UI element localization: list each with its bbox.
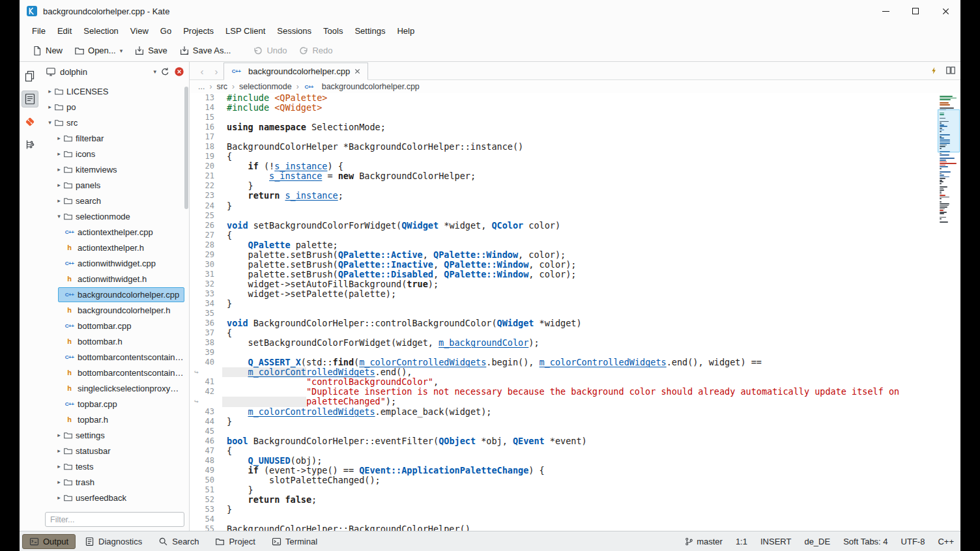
input-mode[interactable]: INSERT [760, 537, 791, 546]
documents-tool-button[interactable] [22, 68, 38, 85]
code-editor-surface[interactable]: #include <QPalette>#include <QWidget>usi… [222, 93, 960, 531]
projects-tool-button[interactable] [22, 91, 38, 107]
tree-item-src[interactable]: ▾src [40, 115, 189, 130]
tree-item-search[interactable]: ▸search [40, 193, 189, 208]
breadcrumb-item-src[interactable]: src [216, 82, 227, 91]
chevron-right-icon[interactable]: ▸ [55, 135, 63, 141]
tree-item-statusbar[interactable]: ▸statusbar [40, 443, 189, 459]
git-branch-status[interactable]: master [685, 537, 723, 546]
tree-item-settings[interactable]: ▸settings [40, 427, 189, 443]
dictionary[interactable]: de_DE [804, 537, 830, 546]
pane-button-output[interactable]: Output [22, 534, 76, 549]
chevron-right-icon[interactable]: ▸ [55, 197, 63, 204]
cpp-file-icon: C++ [64, 399, 75, 409]
chevron-down-icon[interactable]: ▾ [46, 119, 54, 126]
open-button[interactable]: Open... ▾ [68, 43, 128, 59]
minimize-button[interactable] [871, 0, 901, 22]
tree-item-tests[interactable]: ▸tests [40, 459, 189, 474]
chevron-down-icon[interactable]: ▾ [55, 213, 63, 219]
tree-item-bottombar-cpp[interactable]: C++bottombar.cpp [40, 318, 189, 333]
tree-item-bottombarcontentscontainer-cpp[interactable]: C++bottombarcontentscontainer.cpp [40, 349, 189, 365]
breadcrumb-item-[interactable]: ... [198, 82, 205, 91]
tree-item-actiontexthelper-h[interactable]: hactiontexthelper.h [40, 240, 189, 255]
tree-item-topbar-cpp[interactable]: C++topbar.cpp [40, 396, 189, 412]
chevron-right-icon[interactable]: ▸ [55, 182, 63, 188]
pane-button-diagnostics[interactable]: Diagnostics [78, 534, 149, 549]
pane-button-search[interactable]: Search [151, 534, 206, 549]
menu-view[interactable]: View [124, 22, 154, 40]
tree-item-licenses[interactable]: ▸LICENSES [40, 83, 189, 99]
cpp-file-icon: C++ [64, 289, 75, 300]
project-selector[interactable]: dolphin ▾ [40, 62, 189, 81]
close-button[interactable] [930, 0, 960, 22]
pane-button-project[interactable]: Project [208, 534, 262, 549]
minimap-line-bar [940, 221, 948, 223]
tab-close-icon[interactable] [354, 68, 361, 75]
project-dropdown-icon[interactable]: ▾ [153, 68, 156, 75]
reload-project-icon[interactable] [160, 67, 170, 77]
tree-item-userfeedback[interactable]: ▸userfeedback [40, 490, 189, 505]
git-tool-button[interactable] [22, 113, 38, 130]
tab-backgroundcolorhelper[interactable]: C++ backgroundcolorhelper.cpp [223, 63, 368, 80]
tree-item-singleclickselectionproxymodel-h[interactable]: hsingleclickselectionproxymodel.h [40, 380, 189, 396]
menu-selection[interactable]: Selection [78, 22, 124, 40]
redo-button[interactable]: Redo [293, 43, 338, 59]
menu-edit[interactable]: Edit [51, 22, 78, 40]
tree-item-po[interactable]: ▸po [40, 99, 189, 115]
tree-item-filterbar[interactable]: ▸filterbar [40, 130, 189, 146]
encoding[interactable]: UTF-8 [901, 537, 925, 546]
tree-item-kitemviews[interactable]: ▸kitemviews [40, 162, 189, 177]
menu-help[interactable]: Help [391, 22, 420, 40]
tree-item-actiontexthelper-cpp[interactable]: C++actiontexthelper.cpp [40, 224, 189, 240]
undo-button[interactable]: Undo [247, 43, 293, 59]
menu-settings[interactable]: Settings [349, 22, 391, 40]
menu-file[interactable]: File [26, 22, 51, 40]
chevron-right-icon[interactable]: ▸ [55, 479, 63, 485]
tree-item-topbar-h[interactable]: htopbar.h [40, 412, 189, 427]
tree-item-panels[interactable]: ▸panels [40, 177, 189, 193]
breadcrumb-item-backgroundcolorhelper-cpp[interactable]: backgroundcolorhelper.cpp [322, 82, 420, 91]
minimap-scrollbar[interactable] [940, 94, 959, 531]
tab-scroll-left-button[interactable]: ‹ [195, 63, 209, 79]
tree-item-selectionmode[interactable]: ▾selectionmode [40, 208, 189, 224]
save-as-button[interactable]: Save As... [173, 43, 237, 59]
tree-item-bottombarcontentscontainer-h[interactable]: hbottombarcontentscontainer.h [40, 365, 189, 380]
menu-lsp-client[interactable]: LSP Client [220, 22, 271, 40]
minimap-viewport[interactable] [938, 109, 960, 152]
chevron-right-icon[interactable]: ▸ [55, 494, 63, 501]
tree-item-icons[interactable]: ▸icons [40, 146, 189, 162]
chevron-right-icon[interactable]: ▸ [55, 463, 63, 470]
breadcrumb-item-selectionmode[interactable]: selectionmode [239, 82, 292, 91]
pane-button-terminal[interactable]: Terminal [265, 534, 324, 549]
quick-open-lightning-icon[interactable] [930, 66, 938, 75]
project-tree-scrollbar[interactable] [184, 87, 188, 209]
indent-mode[interactable]: Soft Tabs: 4 [843, 537, 887, 546]
tree-item-bottombar-h[interactable]: hbottombar.h [40, 333, 189, 349]
maximize-button[interactable] [901, 0, 930, 22]
chevron-right-icon[interactable]: ▸ [55, 166, 63, 173]
tab-scroll-right-button[interactable]: › [209, 63, 223, 79]
menu-projects[interactable]: Projects [177, 22, 220, 40]
tree-item-actionwithwidget-cpp[interactable]: C++actionwithwidget.cpp [40, 255, 189, 271]
chevron-right-icon[interactable]: ▸ [46, 104, 54, 110]
syntax-language[interactable]: C++ [938, 537, 954, 546]
tree-item-actionwithwidget-h[interactable]: hactionwithwidget.h [40, 271, 189, 287]
symbols-tool-button[interactable] [22, 136, 38, 153]
cursor-position[interactable]: 1:1 [736, 537, 747, 546]
chevron-right-icon[interactable]: ▸ [55, 150, 63, 157]
tree-item-backgroundcolorhelper-h[interactable]: hbackgroundcolorhelper.h [40, 302, 189, 318]
save-button[interactable]: Save [128, 43, 173, 59]
menu-tools[interactable]: Tools [317, 22, 349, 40]
tree-item-trash[interactable]: ▸trash [40, 474, 189, 490]
chevron-right-icon[interactable]: ▸ [46, 88, 54, 94]
chevron-right-icon[interactable]: ▸ [55, 447, 63, 454]
tree-item-backgroundcolorhelper-cpp[interactable]: C++backgroundcolorhelper.cpp [40, 287, 189, 302]
menu-go[interactable]: Go [154, 22, 177, 40]
chevron-right-icon[interactable]: ▸ [55, 432, 63, 438]
code-line [227, 113, 960, 122]
close-project-icon[interactable] [174, 66, 184, 77]
new-button[interactable]: New [26, 43, 68, 59]
split-view-icon[interactable] [945, 65, 956, 76]
filter-input[interactable] [45, 512, 184, 527]
menu-sessions[interactable]: Sessions [271, 22, 317, 40]
